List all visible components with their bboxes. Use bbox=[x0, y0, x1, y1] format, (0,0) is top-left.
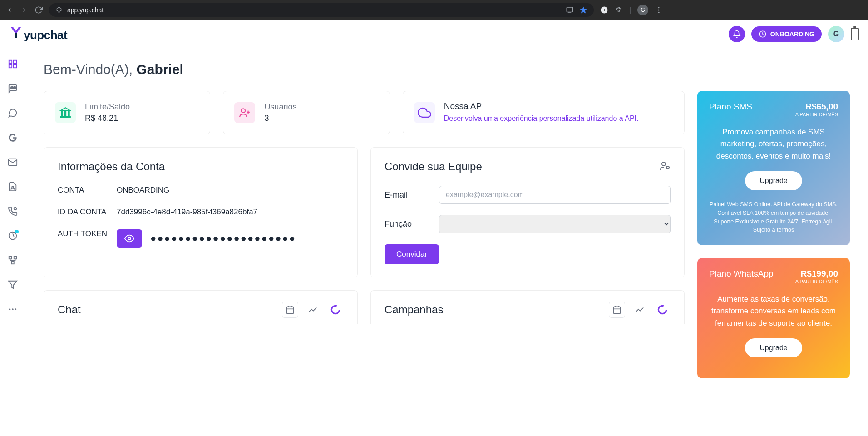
phone-settings-icon bbox=[8, 206, 18, 216]
chat-calendar-button[interactable] bbox=[282, 302, 298, 318]
auth-token-label: AUTH TOKEN bbox=[58, 229, 117, 238]
line-chart-icon bbox=[635, 305, 645, 315]
sidebar-item-filter[interactable] bbox=[8, 280, 18, 290]
notification-dot-icon bbox=[15, 230, 19, 233]
browser-address-bar[interactable]: app.yup.chat bbox=[49, 3, 594, 17]
svg-point-34 bbox=[662, 162, 666, 166]
balance-value: R$ 48,21 bbox=[85, 114, 130, 123]
user-avatar[interactable]: G bbox=[828, 26, 844, 42]
eye-icon bbox=[124, 233, 134, 243]
team-settings-icon[interactable] bbox=[660, 160, 671, 171]
svg-rect-41 bbox=[614, 307, 621, 313]
welcome-username: Gabriel bbox=[137, 62, 183, 77]
chat-panel-title: Chat bbox=[58, 303, 81, 316]
reveal-token-button[interactable] bbox=[117, 229, 142, 248]
plan-sms-upgrade-button[interactable]: Upgrade bbox=[745, 171, 802, 190]
new-tab-icon[interactable] bbox=[600, 6, 608, 14]
donut-chart-icon bbox=[656, 304, 668, 316]
main-content: Bem-Vindo(A), Gabriel Limite/Saldo R$ 48… bbox=[25, 48, 868, 436]
onboarding-label: ONBOARDING bbox=[770, 30, 814, 38]
plan-wa-desc: Aumente as taxas de conversão, transform… bbox=[709, 293, 838, 329]
account-label: CONTA bbox=[58, 186, 117, 195]
svg-rect-36 bbox=[287, 307, 294, 313]
plan-wa-name: Plano WhatsApp bbox=[709, 269, 774, 284]
mail-icon bbox=[8, 157, 18, 167]
stat-card-api[interactable]: Nossa API Desenvolva uma experiência per… bbox=[403, 91, 685, 134]
invite-submit-button[interactable]: Convidar bbox=[385, 244, 439, 264]
notifications-button[interactable] bbox=[729, 26, 745, 42]
svg-point-40 bbox=[331, 306, 339, 313]
sidebar-item-voice[interactable] bbox=[8, 206, 18, 216]
svg-marker-21 bbox=[9, 281, 17, 289]
plan-sms-price: R$65,00 bbox=[795, 102, 838, 112]
role-select[interactable] bbox=[439, 215, 671, 233]
invite-team-panel: Convide sua Equipe E-mail Função bbox=[370, 147, 685, 277]
browser-back-icon[interactable] bbox=[5, 6, 14, 14]
campaigns-donut-chart-button[interactable] bbox=[654, 302, 671, 318]
stat-card-balance[interactable]: Limite/Saldo R$ 48,21 bbox=[44, 91, 210, 134]
svg-point-24 bbox=[15, 308, 17, 310]
more-horizontal-icon bbox=[8, 304, 18, 314]
gauge-icon bbox=[759, 30, 767, 38]
sidebar-item-analytics[interactable] bbox=[8, 231, 18, 241]
browser-menu-icon[interactable] bbox=[655, 6, 663, 14]
site-settings-icon bbox=[55, 6, 63, 14]
bookmark-star-icon[interactable] bbox=[579, 6, 587, 14]
users-value: 3 bbox=[264, 114, 296, 123]
calendar-icon bbox=[612, 305, 621, 314]
api-title: Nossa API bbox=[444, 101, 639, 111]
svg-rect-0 bbox=[567, 7, 573, 12]
svg-rect-26 bbox=[61, 112, 62, 116]
balance-label: Limite/Saldo bbox=[85, 102, 130, 112]
svg-marker-25 bbox=[60, 108, 70, 111]
svg-rect-27 bbox=[65, 112, 66, 116]
sidebar-item-whatsapp[interactable] bbox=[8, 108, 18, 118]
plan-card-whatsapp: Plano WhatsApp R$199,00 A PARTIR DE/MÊS … bbox=[697, 258, 850, 378]
campaigns-line-chart-button[interactable] bbox=[631, 302, 648, 318]
svg-rect-29 bbox=[60, 117, 70, 118]
campaigns-calendar-button[interactable] bbox=[609, 302, 625, 318]
svg-point-7 bbox=[658, 12, 660, 13]
sidebar-item-google[interactable] bbox=[8, 133, 18, 143]
donut-chart-icon bbox=[330, 304, 341, 316]
app-logo[interactable]: yupchat bbox=[9, 25, 67, 42]
chat-line-chart-button[interactable] bbox=[305, 302, 321, 318]
svg-point-6 bbox=[658, 10, 660, 11]
users-icon bbox=[234, 102, 255, 123]
onboarding-button[interactable]: ONBOARDING bbox=[751, 26, 822, 42]
campaigns-panel-title: Campanhas bbox=[385, 303, 443, 316]
account-info-title: Informações da Conta bbox=[58, 160, 344, 173]
svg-point-35 bbox=[666, 166, 669, 169]
campaigns-chart-panel: Campanhas bbox=[370, 290, 685, 324]
browser-reload-icon[interactable] bbox=[35, 6, 43, 14]
api-description: Desenvolva uma experiência personalizada… bbox=[444, 113, 639, 124]
svg-rect-10 bbox=[14, 60, 16, 63]
sidebar-item-email[interactable] bbox=[8, 157, 18, 167]
sidebar-item-dashboard[interactable] bbox=[8, 59, 18, 69]
google-icon bbox=[8, 133, 18, 143]
stat-card-users[interactable]: Usuários 3 bbox=[223, 91, 390, 134]
chat-donut-chart-button[interactable] bbox=[327, 302, 344, 318]
sidebar-item-sms[interactable]: SMS bbox=[8, 84, 18, 94]
email-label: E-mail bbox=[385, 190, 430, 200]
sidebar-item-integrations[interactable] bbox=[8, 255, 18, 265]
extensions-icon[interactable] bbox=[615, 6, 623, 14]
plan-wa-upgrade-button[interactable]: Upgrade bbox=[745, 338, 802, 357]
contact-file-icon bbox=[8, 182, 18, 192]
account-info-panel: Informações da Conta CONTA ONBOARDING ID… bbox=[44, 147, 358, 277]
browser-profile-avatar[interactable]: G bbox=[637, 5, 648, 15]
svg-rect-12 bbox=[9, 65, 12, 68]
svg-rect-19 bbox=[14, 257, 17, 259]
welcome-heading: Bem-Vindo(A), Gabriel bbox=[44, 62, 850, 77]
auth-token-masked: ●●●●●●●●●●●●●●●●●●●●● bbox=[150, 233, 296, 244]
svg-point-5 bbox=[658, 7, 660, 8]
browser-chrome: app.yup.chat | G bbox=[0, 0, 868, 20]
sidebar-item-more[interactable] bbox=[8, 304, 18, 314]
browser-forward-icon[interactable] bbox=[20, 6, 28, 14]
svg-rect-9 bbox=[9, 60, 12, 63]
plan-sms-name: Plano SMS bbox=[709, 102, 752, 117]
email-input[interactable] bbox=[439, 186, 671, 204]
install-app-icon[interactable] bbox=[566, 6, 574, 14]
plan-sms-fineprint: Painel Web SMS Online. API de Gateway do… bbox=[709, 200, 838, 234]
sidebar-item-contacts[interactable] bbox=[8, 182, 18, 192]
